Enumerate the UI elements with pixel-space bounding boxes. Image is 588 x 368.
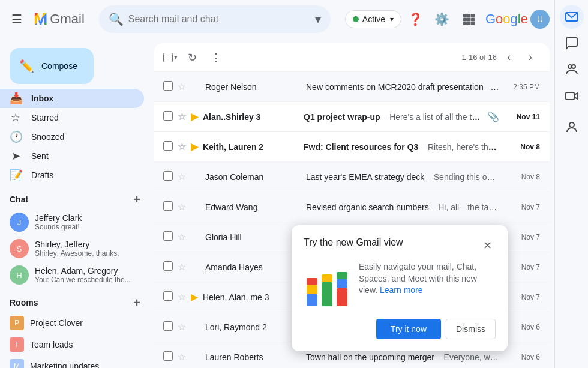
search-bar[interactable]: 🔍 ▾ [99, 5, 331, 33]
email-checkbox-wrapper[interactable] [163, 81, 173, 92]
chat-add-button[interactable]: + [130, 192, 144, 207]
email-row[interactable]: ☆ Jason Coleman Last year's EMEA strateg… [154, 162, 550, 192]
star-icon[interactable]: ☆ [178, 111, 186, 122]
email-time: Nov 7 [504, 233, 540, 241]
sidebar-item-snoozed[interactable]: 🕐 Snoozed [0, 127, 144, 146]
popup-close-button[interactable]: ✕ [479, 237, 496, 254]
forward-icon: ▶ [191, 111, 198, 122]
email-preview: – Everyone, we'll be hosting our second … [437, 352, 499, 362]
rooms-section-label: Rooms [10, 298, 38, 307]
email-checkbox-wrapper[interactable] [163, 111, 173, 122]
try-it-now-button[interactable]: Try it now [376, 319, 441, 339]
search-icon: 🔍 [109, 12, 124, 26]
email-checkbox-wrapper[interactable] [163, 261, 173, 273]
email-subject: Last year's EMEA strategy deck [306, 172, 424, 182]
email-subject: Revised organic search numbers [306, 202, 429, 212]
email-checkbox[interactable] [163, 291, 173, 301]
active-status-badge[interactable]: Active ▾ [345, 10, 401, 28]
email-row[interactable]: ☆ ▶ Alan..Shirley 3 Q1 project wrap-up –… [154, 102, 550, 132]
email-checkbox[interactable] [163, 171, 173, 181]
chat-name-shirley: Shirley, Jeffery [35, 240, 119, 249]
dismiss-button[interactable]: Dismiss [446, 319, 496, 339]
email-checkbox[interactable] [163, 111, 173, 121]
email-checkbox[interactable] [163, 81, 173, 91]
email-preview: – Here's a list of all the top challenge… [382, 112, 482, 122]
chat-preview-shirley: Shirley: Awesome, thanks. [35, 249, 119, 258]
gmail-text: Gmail [50, 11, 84, 27]
email-checkbox[interactable] [163, 141, 173, 151]
svg-rect-9 [467, 18, 470, 22]
star-icon[interactable]: ☆ [178, 291, 186, 303]
email-checkbox-wrapper[interactable] [163, 201, 173, 213]
rail-meet-icon[interactable] [560, 84, 584, 108]
email-checkbox-wrapper[interactable] [163, 231, 173, 243]
room-item-team-leads[interactable]: T Team leads [0, 334, 154, 355]
popup-learn-more-link[interactable]: Learn more [380, 285, 423, 295]
sidebar-item-starred[interactable]: ☆ Starred [0, 108, 144, 127]
sidebar-item-drafts[interactable]: 📝 Drafts [0, 166, 144, 185]
email-subject: Fwd: Client resources for Q3 [304, 142, 418, 152]
prev-page-button[interactable]: ‹ [499, 48, 518, 67]
email-checkbox[interactable] [163, 351, 173, 361]
star-icon[interactable]: ☆ [178, 231, 186, 243]
svg-rect-5 [463, 14, 467, 17]
user-avatar[interactable]: U [530, 10, 550, 29]
help-button[interactable]: ❓ [404, 7, 428, 31]
email-checkbox[interactable] [163, 231, 173, 241]
star-icon[interactable]: ☆ [178, 261, 186, 273]
star-icon[interactable]: ☆ [178, 141, 186, 152]
email-checkbox-wrapper[interactable] [163, 141, 173, 152]
chat-preview-jeffery: Sounds great! [35, 223, 82, 231]
mail-nav-section: 📥 Inbox ☆ Starred 🕐 Snoozed ➤ Sent 📝 [0, 89, 154, 185]
gmail-logo[interactable]: M Gmail [34, 10, 85, 29]
sent-label: Sent [31, 151, 134, 161]
email-checkbox[interactable] [163, 201, 173, 211]
star-icon[interactable]: ☆ [178, 351, 186, 363]
email-row[interactable]: ☆ ▶ Keith, Lauren 2 Fwd: Client resource… [154, 132, 550, 162]
sent-icon: ➤ [10, 149, 22, 163]
star-icon[interactable]: ☆ [178, 321, 186, 333]
star-icon[interactable]: ☆ [178, 201, 186, 213]
star-icon[interactable]: ☆ [178, 171, 186, 182]
email-subject-preview: Q1 project wrap-up – Here's a list of al… [304, 112, 482, 122]
email-checkbox-wrapper[interactable] [163, 171, 173, 182]
room-label-project-clover: Project Clover [30, 318, 83, 328]
select-all-dropdown[interactable]: ▾ [174, 53, 178, 61]
more-options-button[interactable]: ⋮ [206, 48, 226, 67]
rail-chat-icon[interactable] [560, 31, 584, 55]
email-sender: Lori, Raymond 2 [205, 322, 301, 332]
email-checkbox[interactable] [163, 261, 173, 271]
email-row[interactable]: ☆ Edward Wang Revised organic search num… [154, 192, 550, 222]
rail-spaces-icon[interactable] [560, 58, 584, 82]
rooms-add-button[interactable]: + [130, 295, 144, 310]
sidebar-item-sent[interactable]: ➤ Sent [0, 146, 144, 166]
sidebar-item-inbox[interactable]: 📥 Inbox [0, 89, 144, 108]
email-row[interactable]: ☆ Roger Nelson New comments on MCR2020 d… [154, 72, 550, 102]
svg-rect-13 [471, 22, 475, 25]
search-expand-icon[interactable]: ▾ [315, 12, 321, 26]
chat-item-shirley[interactable]: S Shirley, Jeffery Shirley: Awesome, tha… [0, 235, 154, 262]
chat-item-helen[interactable]: H Helen, Adam, Gregory You: Can we resch… [0, 262, 154, 288]
apps-button[interactable] [457, 7, 481, 31]
select-all-checkbox[interactable] [163, 53, 173, 62]
rail-mail-icon[interactable] [560, 5, 584, 29]
refresh-button[interactable]: ↻ [182, 48, 202, 67]
star-icon[interactable]: ☆ [178, 81, 186, 92]
email-checkbox-wrapper[interactable] [163, 321, 173, 333]
email-checkbox-wrapper[interactable] [163, 351, 173, 363]
search-input[interactable] [128, 14, 310, 25]
settings-button[interactable]: ⚙️ [430, 7, 454, 31]
next-page-button[interactable]: › [521, 48, 540, 67]
room-item-project-clover[interactable]: P Project Clover [0, 312, 154, 334]
room-item-marketing[interactable]: M Marketing updates [0, 355, 154, 368]
email-time: 2:35 PM [504, 83, 540, 91]
email-checkbox-wrapper[interactable] [163, 291, 173, 303]
rail-contacts-icon[interactable] [560, 115, 584, 139]
chat-section-header: Chat + [0, 187, 154, 209]
select-all-wrapper[interactable]: ▾ [163, 53, 178, 62]
email-checkbox[interactable] [163, 321, 173, 331]
compose-button[interactable]: ✏️ Compose [10, 48, 94, 84]
hamburger-button[interactable]: ☰ [5, 7, 29, 31]
chat-item-jeffery[interactable]: J Jeffery Clark Sounds great! [0, 209, 154, 235]
svg-rect-3 [566, 92, 574, 100]
